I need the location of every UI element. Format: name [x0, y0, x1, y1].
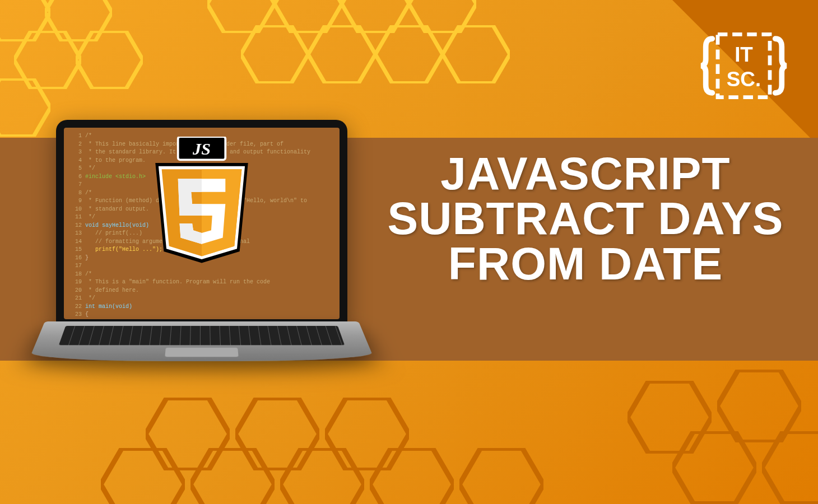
code-line: 22int main(void): [69, 303, 334, 311]
laptop-keyboard: [59, 326, 345, 346]
title-line-1: JAVASCRIPT: [375, 151, 796, 196]
svg-text:IT: IT: [735, 43, 753, 66]
code-line: 20 * defined here.: [69, 287, 334, 295]
svg-text:SC.: SC.: [727, 68, 761, 91]
code-line: 21 */: [69, 295, 334, 303]
js-shield-logo: JS: [148, 137, 255, 268]
laptop-trackpad: [165, 348, 238, 357]
title-line-3: FROM DATE: [375, 241, 796, 286]
code-line: 24 // Invoke the: [69, 319, 334, 320]
main-title: JAVASCRIPT SUBTRACT DAYS FROM DATE: [375, 151, 796, 286]
laptop-illustration: 1/*2 * This line basically imports "stdi…: [45, 120, 359, 405]
code-line: 19 * This is a "main" function. Program …: [69, 278, 334, 287]
svg-text:JS: JS: [192, 139, 211, 158]
laptop-base: [28, 321, 375, 361]
title-line-2: SUBTRACT DAYS: [375, 196, 796, 241]
itsc-logo: IT SC.: [700, 22, 787, 109]
code-line: 18/*: [69, 270, 334, 279]
code-line: 23{: [69, 311, 334, 319]
